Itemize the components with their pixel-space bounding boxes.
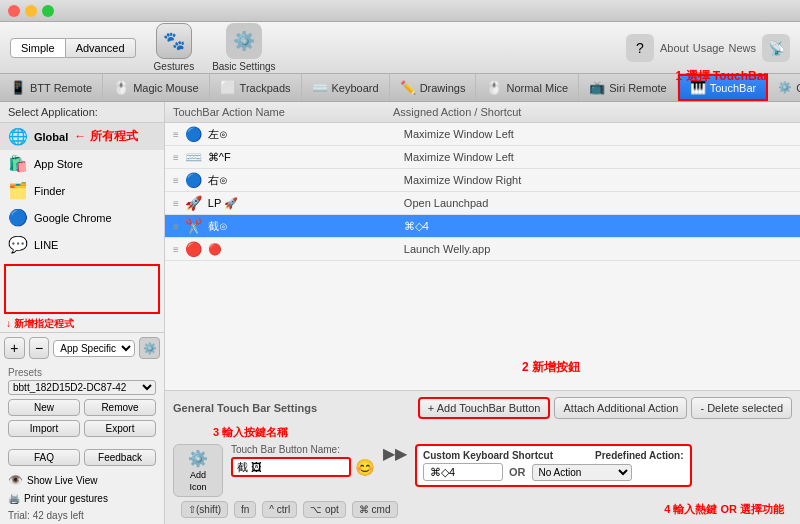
simple-button[interactable]: Simple bbox=[10, 38, 66, 58]
presets-select[interactable]: bbtt_182D15D2-DC87-42 bbox=[8, 380, 156, 395]
finder-icon: 🗂️ bbox=[8, 181, 28, 200]
tab-touchbar[interactable]: 🎹 TouchBar bbox=[678, 74, 768, 101]
close-button[interactable] bbox=[8, 5, 20, 17]
action-row-5[interactable]: ≡ 🔴 🔴 Launch Welly.app bbox=[165, 238, 800, 261]
action-row-4[interactable]: ≡ ✂️ 截⊙ ⌘◇4 bbox=[165, 215, 800, 238]
normal-mice-icon: 🖱️ bbox=[486, 80, 502, 95]
keyboard-icon: ⌨️ bbox=[312, 80, 328, 95]
drawings-icon: ✏️ bbox=[400, 80, 416, 95]
export-button[interactable]: Export bbox=[84, 420, 156, 437]
gestures-group[interactable]: 🐾 Gestures bbox=[154, 23, 195, 72]
usage-link[interactable]: Usage bbox=[693, 42, 725, 54]
sidebar-header: Select Application: bbox=[0, 102, 164, 123]
tab-trackpads[interactable]: ⬜ Trackpads bbox=[210, 74, 302, 101]
sidebar-item-chrome[interactable]: 🔵 Google Chrome bbox=[0, 204, 164, 231]
sidebar-apps: 🌐 Global ← 所有程式 🛍️ App Store 🗂️ Finder 🔵… bbox=[0, 123, 164, 260]
attach-action-button[interactable]: Attach Additional Action bbox=[554, 397, 687, 419]
minimize-button[interactable] bbox=[25, 5, 37, 17]
add-app-button[interactable]: + bbox=[4, 337, 25, 359]
trial-text: Trial: 42 days left bbox=[0, 507, 164, 524]
row-icon-4: ✂️ bbox=[185, 218, 202, 234]
touchbar-icon: 🎹 bbox=[690, 80, 706, 95]
gear-button[interactable]: ⚙️ bbox=[139, 337, 160, 359]
action-name-1: ⌘^F bbox=[208, 151, 398, 164]
feedback-button[interactable]: Feedback bbox=[84, 449, 156, 466]
print-gestures-label: Print your gestures bbox=[24, 493, 108, 504]
action-row-1[interactable]: ≡ ⌨️ ⌘^F Maximize Window Left bbox=[165, 146, 800, 169]
tab-keyboard-label: Keyboard bbox=[332, 82, 379, 94]
tab-trackpads-label: Trackpads bbox=[240, 82, 291, 94]
faq-button[interactable]: FAQ bbox=[8, 449, 80, 466]
maximize-button[interactable] bbox=[42, 5, 54, 17]
action-name-0: 左⊙ bbox=[208, 127, 398, 142]
delete-selected-button[interactable]: - Delete selected bbox=[691, 397, 792, 419]
advanced-button[interactable]: Advanced bbox=[66, 38, 136, 58]
tab-normal-mice[interactable]: 🖱️ Normal Mice bbox=[476, 74, 579, 101]
btt-remote-icon: 📱 bbox=[10, 80, 26, 95]
sidebar: Select Application: 🌐 Global ← 所有程式 🛍️ A… bbox=[0, 102, 165, 524]
name-input[interactable] bbox=[231, 457, 351, 477]
tab-drawings[interactable]: ✏️ Drawings bbox=[390, 74, 477, 101]
tab-keyboard[interactable]: ⌨️ Keyboard bbox=[302, 74, 390, 101]
appstore-icon: 🛍️ bbox=[8, 154, 28, 173]
sidebar-item-global[interactable]: 🌐 Global ← 所有程式 bbox=[0, 123, 164, 150]
kb-top-row: Custom Keyboard Shortcut Predefined Acti… bbox=[423, 450, 684, 461]
chrome-icon: 🔵 bbox=[8, 208, 28, 227]
gestures-icon: 🐾 bbox=[156, 23, 192, 59]
about-link[interactable]: About bbox=[660, 42, 689, 54]
global-icon: 🌐 bbox=[8, 127, 28, 146]
action-name-4: 截⊙ bbox=[208, 219, 398, 234]
sidebar-item-finder[interactable]: 🗂️ Finder bbox=[0, 177, 164, 204]
new-preset-button[interactable]: New bbox=[8, 399, 80, 416]
add-touchbar-button[interactable]: + Add TouchBar Button bbox=[418, 397, 551, 419]
remove-app-button[interactable]: − bbox=[29, 337, 50, 359]
siri-remote-icon: 📺 bbox=[589, 80, 605, 95]
tab-other[interactable]: ⚙️ Other bbox=[768, 74, 800, 101]
tab-siri-remote-label: Siri Remote bbox=[609, 82, 666, 94]
bottom-panel-buttons: + Add TouchBar Button Attach Additional … bbox=[418, 397, 792, 419]
action-row-2[interactable]: ≡ 🔵 右⊙ Maximize Window Right bbox=[165, 169, 800, 192]
action-header: TouchBar Action Name Assigned Action / S… bbox=[165, 102, 800, 123]
gestures-label: Gestures bbox=[154, 61, 195, 72]
drag-handle-2: ≡ bbox=[173, 175, 179, 186]
line-icon: 💬 bbox=[8, 235, 28, 254]
sidebar-bottom-buttons: + − App Specific ⚙️ bbox=[4, 337, 160, 359]
predefined-action-select[interactable]: No Action bbox=[532, 464, 632, 481]
news-link[interactable]: News bbox=[728, 42, 756, 54]
action-shortcut-5: Launch Welly.app bbox=[404, 243, 792, 255]
basic-settings-group[interactable]: ⚙️ Basic Settings bbox=[212, 23, 275, 72]
wifi-icon[interactable]: 📡 bbox=[762, 34, 790, 62]
row-icon-1: ⌨️ bbox=[185, 149, 202, 165]
live-view-label: Show Live View bbox=[27, 475, 97, 486]
nav-tabs: 📱 BTT Remote 🖱️ Magic Mouse ⬜ Trackpads … bbox=[0, 74, 800, 102]
col1-header: TouchBar Action Name bbox=[173, 106, 393, 118]
predefined-label: Predefined Action: bbox=[595, 450, 684, 461]
kb-bottom-row: OR No Action bbox=[423, 463, 684, 481]
actions-table: ≡ 🔵 左⊙ Maximize Window Left ≡ ⌨️ ⌘^F Max… bbox=[165, 123, 800, 390]
sidebar-item-appstore[interactable]: 🛍️ App Store bbox=[0, 150, 164, 177]
help-icon[interactable]: ? bbox=[626, 34, 654, 62]
app-specific-select[interactable]: App Specific bbox=[53, 340, 135, 357]
key-opt: ⌥ opt bbox=[303, 501, 346, 518]
forward-arrow-icon: ▶▶ bbox=[383, 444, 407, 463]
remove-preset-button[interactable]: Remove bbox=[84, 399, 156, 416]
sidebar-item-line[interactable]: 💬 LINE bbox=[0, 231, 164, 258]
row-icon-5: 🔴 bbox=[185, 241, 202, 257]
action-row-3[interactable]: ≡ 🚀 LP 🚀 Open Launchpad bbox=[165, 192, 800, 215]
action-shortcut-2: Maximize Window Right bbox=[404, 174, 792, 186]
tab-btt-remote[interactable]: 📱 BTT Remote bbox=[0, 74, 103, 101]
keyboard-shortcut-input[interactable] bbox=[423, 463, 503, 481]
row-icon-0: 🔵 bbox=[185, 126, 202, 142]
bottom-panel-title: General Touch Bar Settings bbox=[173, 402, 317, 414]
bottom-editor: ⚙️ Add Icon Touch Bar Button Name: 😊 ▶▶ bbox=[173, 444, 792, 497]
action-row-0[interactable]: ≡ 🔵 左⊙ Maximize Window Left bbox=[165, 123, 800, 146]
print-gestures-row[interactable]: 🖨️ Print your gestures bbox=[0, 490, 164, 507]
row-icon-3: 🚀 bbox=[185, 195, 202, 211]
tab-siri-remote[interactable]: 📺 Siri Remote bbox=[579, 74, 677, 101]
import-button[interactable]: Import bbox=[8, 420, 80, 437]
emoji-icon: 😊 bbox=[355, 458, 375, 477]
add-icon-button[interactable]: ⚙️ Add Icon bbox=[173, 444, 223, 497]
import-export-buttons: Import Export bbox=[8, 420, 156, 437]
live-view-row[interactable]: 👁️ Show Live View bbox=[0, 470, 164, 490]
tab-magic-mouse[interactable]: 🖱️ Magic Mouse bbox=[103, 74, 209, 101]
